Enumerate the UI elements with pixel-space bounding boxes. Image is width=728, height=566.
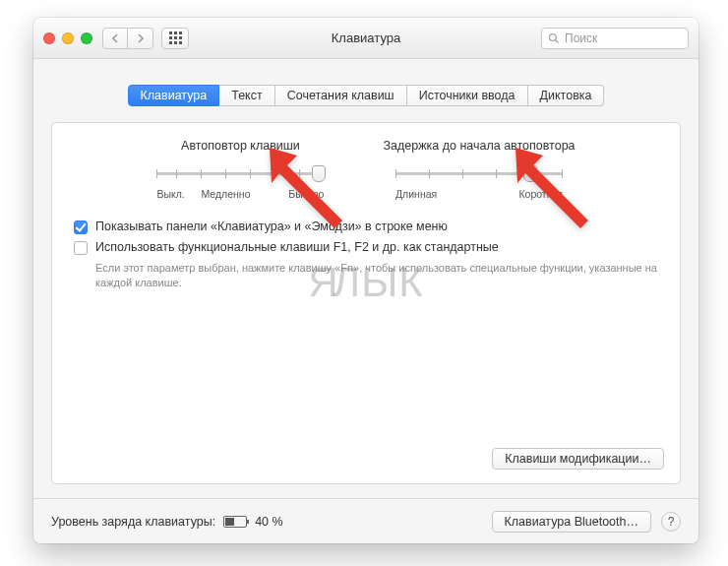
use-fn-keys-row[interactable]: Использовать функциональные клавиши F1, … xyxy=(74,240,662,255)
key-repeat-group: Автоповтор клавиши Выкл. Медленно Быстро xyxy=(156,139,324,200)
delay-label: Задержка до начала автоповтора xyxy=(383,139,575,153)
checkbox-icon[interactable] xyxy=(74,220,88,234)
slider-thumb-icon[interactable] xyxy=(523,165,537,182)
show-keyboard-viewer-row[interactable]: Показывать панели «Клавиатура» и «Эмодзи… xyxy=(74,220,662,234)
modifier-keys-button[interactable]: Клавиши модификации… xyxy=(492,448,664,470)
fn-hint-text: Если этот параметр выбран, нажмите клави… xyxy=(95,261,662,290)
content-area: Клавиатура Текст Сочетания клавиш Источн… xyxy=(33,59,698,498)
show-all-button[interactable] xyxy=(161,28,189,49)
bluetooth-keyboard-button[interactable]: Клавиатура Bluetooth… xyxy=(492,511,652,533)
titlebar: Клавиатура Поиск xyxy=(33,18,698,59)
svg-line-1 xyxy=(556,39,559,42)
keyboard-battery: Уровень заряда клавиатуры: 40 % xyxy=(51,515,283,529)
chevron-left-icon xyxy=(111,33,119,43)
checkbox-label: Использовать функциональные клавиши F1, … xyxy=(95,240,499,254)
search-input[interactable]: Поиск xyxy=(541,28,689,49)
settings-panel: Автоповтор клавиши Выкл. Медленно Быстро xyxy=(51,122,681,484)
close-icon[interactable] xyxy=(43,32,55,44)
tab-keyboard[interactable]: Клавиатура xyxy=(128,85,220,106)
slider-thumb-icon[interactable] xyxy=(312,165,326,182)
chevron-right-icon xyxy=(137,33,145,43)
tab-input-sources[interactable]: Источники ввода xyxy=(407,85,528,106)
window-controls xyxy=(43,32,92,44)
footer: Уровень заряда клавиатуры: 40 % Клавиату… xyxy=(33,498,698,543)
checkbox-icon[interactable] xyxy=(74,241,88,255)
help-button[interactable]: ? xyxy=(661,512,681,532)
search-placeholder: Поиск xyxy=(565,31,597,45)
tab-shortcuts[interactable]: Сочетания клавиш xyxy=(275,85,407,106)
battery-label: Уровень заряда клавиатуры: xyxy=(51,515,215,529)
svg-point-0 xyxy=(550,33,557,40)
minimize-icon[interactable] xyxy=(62,32,74,44)
grid-icon xyxy=(169,31,182,44)
forward-button[interactable] xyxy=(128,28,153,49)
key-repeat-slider[interactable] xyxy=(156,164,324,182)
search-icon xyxy=(548,32,560,44)
preferences-window: Клавиатура Поиск Клавиатура Текст Сочета… xyxy=(33,18,698,543)
maximize-icon[interactable] xyxy=(81,32,92,44)
delay-group: Задержка до начала автоповтора Длинная К… xyxy=(383,139,575,200)
battery-value: 40 % xyxy=(255,515,283,529)
tab-text[interactable]: Текст xyxy=(219,85,274,106)
back-forward xyxy=(102,28,153,49)
key-repeat-label: Автоповтор клавиши xyxy=(156,139,324,153)
tab-bar: Клавиатура Текст Сочетания клавиш Источн… xyxy=(51,85,681,106)
battery-icon xyxy=(223,516,247,528)
checkbox-label: Показывать панели «Клавиатура» и «Эмодзи… xyxy=(95,220,448,233)
delay-slider[interactable] xyxy=(395,164,563,182)
back-button[interactable] xyxy=(102,28,128,49)
tab-dictation[interactable]: Диктовка xyxy=(528,85,605,106)
